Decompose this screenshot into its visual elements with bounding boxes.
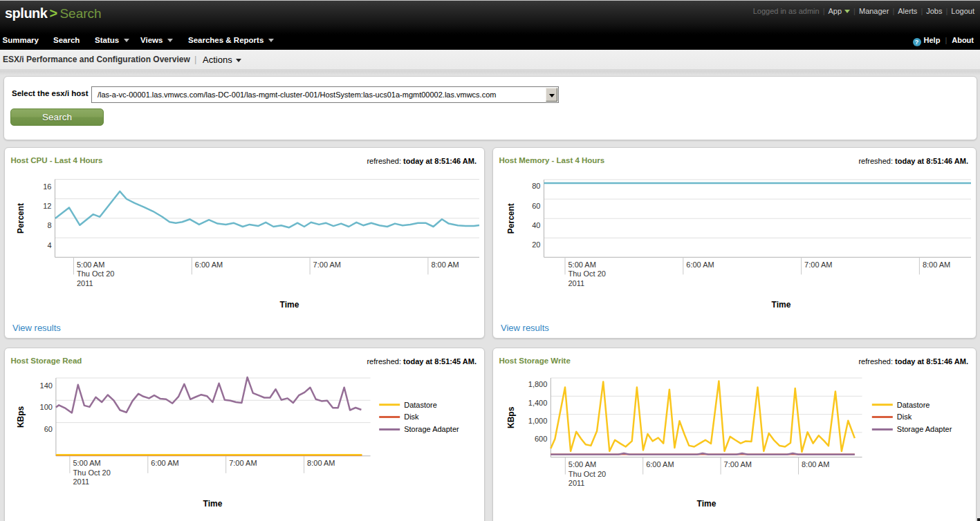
- svg-text:Time: Time: [697, 499, 716, 509]
- svg-text:80: 80: [532, 182, 540, 190]
- svg-text:KBps: KBps: [16, 406, 26, 428]
- svg-text:5:00 AM: 5:00 AM: [568, 460, 596, 468]
- svg-text:8: 8: [47, 221, 51, 229]
- svg-text:20: 20: [532, 240, 540, 249]
- svg-text:6:00 AM: 6:00 AM: [686, 260, 714, 269]
- svg-text:4: 4: [47, 241, 51, 249]
- svg-text:140: 140: [40, 381, 53, 390]
- svg-text:Thu Oct 20: Thu Oct 20: [568, 269, 606, 278]
- svg-text:8:00 AM: 8:00 AM: [802, 460, 829, 468]
- svg-text:6:00 AM: 6:00 AM: [646, 460, 674, 468]
- svg-text:7:00 AM: 7:00 AM: [724, 460, 752, 468]
- svg-text:8:00 AM: 8:00 AM: [431, 260, 459, 269]
- svg-text:2011: 2011: [73, 477, 89, 486]
- svg-text:7:00 AM: 7:00 AM: [229, 459, 257, 467]
- svg-text:Thu Oct 20: Thu Oct 20: [73, 468, 110, 477]
- svg-text:Percent: Percent: [506, 203, 516, 234]
- svg-text:Disk: Disk: [897, 413, 912, 421]
- svg-text:100: 100: [40, 403, 53, 411]
- svg-text:16: 16: [43, 182, 51, 191]
- svg-text:12: 12: [43, 202, 51, 210]
- svg-text:6:00 AM: 6:00 AM: [195, 260, 223, 269]
- svg-text:Datastore: Datastore: [404, 401, 437, 409]
- svg-text:7:00 AM: 7:00 AM: [804, 260, 832, 269]
- svg-text:5:00 AM: 5:00 AM: [568, 260, 596, 269]
- svg-text:600: 600: [535, 435, 547, 443]
- svg-text:6:00 AM: 6:00 AM: [151, 459, 178, 467]
- svg-text:Time: Time: [203, 499, 223, 509]
- svg-text:Time: Time: [772, 300, 791, 310]
- svg-text:KBps: KBps: [506, 406, 516, 428]
- svg-text:1,000: 1,000: [528, 417, 548, 425]
- svg-text:5:00 AM: 5:00 AM: [77, 260, 104, 269]
- svg-text:Disk: Disk: [404, 413, 419, 421]
- svg-text:Datastore: Datastore: [897, 401, 930, 409]
- svg-text:Storage Adapter: Storage Adapter: [897, 425, 952, 433]
- svg-text:2011: 2011: [568, 479, 585, 487]
- svg-text:1,400: 1,400: [528, 399, 548, 407]
- svg-text:2011: 2011: [568, 279, 585, 287]
- svg-text:Thu Oct 20: Thu Oct 20: [568, 470, 606, 478]
- svg-text:1,800: 1,800: [528, 380, 548, 388]
- svg-text:Storage Adapter: Storage Adapter: [404, 425, 459, 433]
- svg-text:5:00 AM: 5:00 AM: [73, 459, 100, 467]
- svg-text:8:00 AM: 8:00 AM: [307, 459, 335, 467]
- svg-text:40: 40: [532, 221, 540, 229]
- svg-text:Percent: Percent: [16, 203, 26, 234]
- svg-text:8:00 AM: 8:00 AM: [923, 260, 950, 269]
- svg-text:Time: Time: [280, 300, 299, 310]
- svg-text:2011: 2011: [77, 279, 93, 287]
- svg-text:60: 60: [532, 202, 540, 210]
- svg-text:60: 60: [44, 425, 53, 433]
- svg-text:Thu Oct 20: Thu Oct 20: [77, 269, 114, 278]
- svg-text:7:00 AM: 7:00 AM: [313, 260, 341, 269]
